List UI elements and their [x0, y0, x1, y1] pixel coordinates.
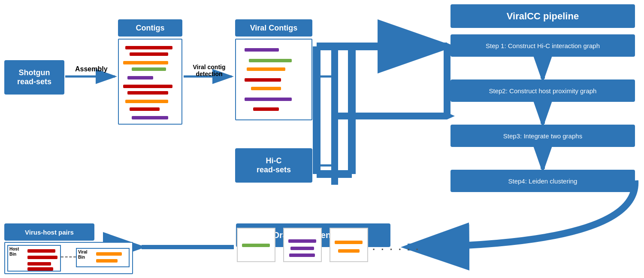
contigs-outline-box: [118, 39, 182, 125]
virus-host-dashed-line: [61, 257, 76, 257]
viral-contigs-outline-box: [235, 39, 312, 120]
contig-bar-red5: [130, 107, 160, 111]
contigs-label: Contigs: [136, 24, 165, 33]
contig-bar-purple2: [132, 116, 168, 119]
draft-bar-orange1: [335, 241, 363, 244]
contig-bar-red2: [130, 52, 168, 56]
draft-genome-box-1: [237, 228, 275, 262]
viral-bar-red1: [245, 78, 281, 82]
contig-bar-orange2: [125, 100, 168, 103]
step2-box: Step2: Construct host proximity graph: [450, 79, 635, 102]
contig-bar-red1: [125, 46, 172, 49]
viral-bar-purple1: [245, 48, 279, 52]
viral-bar-red2: [253, 107, 279, 111]
host-bin-box: Host Bin: [7, 245, 61, 272]
viral-bin-label: Viral Bin: [78, 250, 88, 260]
viral-bin-box: Viral Bin: [76, 248, 130, 267]
viral-bar-orange2: [251, 87, 281, 90]
hic-label: Hi-C read-sets: [257, 156, 291, 174]
viral-contigs-label: Viral Contigs: [250, 24, 298, 33]
draft-bar-purple3: [289, 254, 315, 257]
step2-label: Step2: Construct host proximity graph: [489, 87, 597, 95]
host-bar-red3: [27, 262, 51, 266]
draft-bar-green: [242, 244, 270, 247]
viral-bar-green1: [249, 59, 292, 62]
viral-contig-detection-label: Viral contig detection: [189, 64, 230, 77]
host-bar-red2: [27, 256, 57, 259]
step3-label: Step3: Integrate two graphs: [503, 132, 582, 140]
contigs-header-box: Contigs: [118, 19, 182, 37]
step3-box: Step3: Integrate two graphs: [450, 125, 635, 147]
step1-label: Step 1: Construct Hi-C interaction graph: [486, 42, 600, 49]
host-bar-red4: [27, 267, 53, 271]
virus-host-outline-box: Host Bin Viral Bin: [4, 242, 133, 274]
step1-box: Step 1: Construct Hi-C interaction graph: [450, 34, 635, 57]
viral-bar-orange1: [247, 67, 285, 71]
step4-box: Step4: Leiden clustering: [450, 170, 635, 192]
draft-bar-purple2: [290, 247, 314, 250]
contig-bar-red3: [123, 85, 172, 88]
draft-dots: · · · · · ·: [372, 244, 420, 255]
shotgun-label: Shotgun read-sets: [17, 68, 51, 86]
contig-bar-red4: [127, 91, 168, 95]
host-bar-red1: [27, 249, 55, 253]
step4-label: Step4: Leiden clustering: [508, 177, 577, 185]
draft-bar-purple1: [288, 239, 316, 243]
viral-bar-orange-bin1: [96, 252, 122, 256]
pipeline-header-label: ViralCC pipeline: [507, 11, 579, 22]
pipeline-header-box: ViralCC pipeline: [450, 4, 635, 28]
draft-genome-box-3: [330, 228, 368, 262]
contig-bar-purple1: [127, 76, 153, 79]
viral-contigs-header-box: Viral Contigs: [235, 19, 312, 37]
diagram-container: Shotgun read-sets Assembly Contigs Viral…: [0, 0, 644, 278]
contig-bar-green1: [132, 67, 166, 71]
hic-readsets-box: Hi-C read-sets: [235, 148, 312, 183]
host-bin-label: Host Bin: [9, 247, 19, 257]
shotgun-readsets-box: Shotgun read-sets: [4, 60, 64, 95]
contig-bar-orange1: [123, 61, 168, 64]
draft-bar-orange2: [338, 249, 360, 253]
virus-host-label: Virus-host pairs: [25, 229, 74, 236]
draft-genome-box-2: [283, 228, 322, 262]
assembly-label: Assembly: [75, 65, 108, 73]
virus-host-header-box: Virus-host pairs: [4, 223, 94, 241]
viral-bar-purple2: [245, 98, 292, 101]
viral-bar-orange-bin2: [96, 259, 118, 263]
svg-marker-20: [447, 113, 455, 119]
